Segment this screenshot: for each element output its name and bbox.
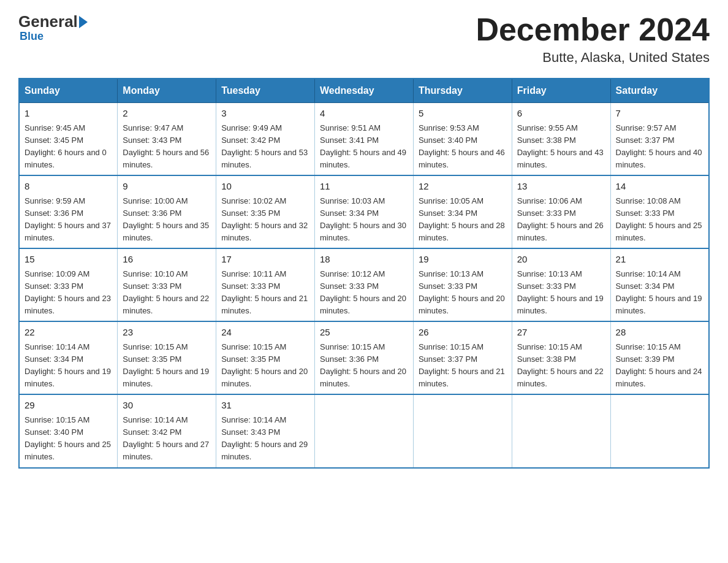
calendar-cell: 17 Sunrise: 10:11 AMSunset: 3:33 PMDayli… [216, 248, 315, 321]
day-info: Sunrise: 10:15 AMSunset: 3:40 PMDaylight… [25, 414, 112, 464]
day-number: 15 [25, 253, 112, 267]
day-number: 6 [517, 107, 605, 121]
day-number: 18 [320, 253, 408, 267]
day-number: 8 [25, 180, 112, 194]
col-header-sunday: Sunday [19, 79, 118, 103]
calendar-cell: 12 Sunrise: 10:05 AMSunset: 3:34 PMDayli… [413, 175, 512, 248]
day-info: Sunrise: 10:12 AMSunset: 3:33 PMDaylight… [320, 268, 408, 318]
day-number: 2 [123, 107, 211, 121]
logo-blue: Blue [18, 30, 44, 43]
day-info: Sunrise: 10:15 AMSunset: 3:38 PMDaylight… [517, 341, 605, 391]
calendar-cell [512, 394, 610, 467]
logo-text: General [18, 12, 89, 31]
day-info: Sunrise: 10:00 AMSunset: 3:36 PMDaylight… [123, 195, 211, 245]
calendar-cell: 16 Sunrise: 10:10 AMSunset: 3:33 PMDayli… [118, 248, 216, 321]
day-number: 12 [419, 180, 507, 194]
day-info: Sunrise: 10:05 AMSunset: 3:34 PMDaylight… [419, 195, 507, 245]
day-info: Sunrise: 10:14 AMSunset: 3:34 PMDaylight… [25, 341, 112, 391]
calendar-cell: 13 Sunrise: 10:06 AMSunset: 3:33 PMDayli… [512, 175, 610, 248]
calendar-cell: 10 Sunrise: 10:02 AMSunset: 3:35 PMDayli… [216, 175, 315, 248]
location: Butte, Alaska, United States [476, 50, 710, 66]
logo-arrow-icon [79, 16, 88, 28]
day-number: 4 [320, 107, 408, 121]
day-number: 26 [419, 326, 507, 340]
calendar-cell: 30 Sunrise: 10:14 AMSunset: 3:42 PMDayli… [118, 394, 216, 467]
calendar-week-row: 22 Sunrise: 10:14 AMSunset: 3:34 PMDayli… [19, 321, 709, 394]
day-number: 25 [320, 326, 408, 340]
day-info: Sunrise: 10:14 AMSunset: 3:34 PMDaylight… [616, 268, 703, 318]
day-info: Sunrise: 10:14 AMSunset: 3:43 PMDaylight… [221, 414, 309, 464]
month-title: December 2024 [476, 12, 710, 47]
calendar-cell: 1 Sunrise: 9:45 AMSunset: 3:45 PMDayligh… [19, 103, 118, 176]
day-number: 24 [221, 326, 309, 340]
calendar-cell: 15 Sunrise: 10:09 AMSunset: 3:33 PMDayli… [19, 248, 118, 321]
calendar-cell: 20 Sunrise: 10:13 AMSunset: 3:33 PMDayli… [512, 248, 610, 321]
calendar-cell: 25 Sunrise: 10:15 AMSunset: 3:36 PMDayli… [315, 321, 414, 394]
day-number: 10 [221, 180, 309, 194]
day-number: 19 [419, 253, 507, 267]
calendar-cell: 19 Sunrise: 10:13 AMSunset: 3:33 PMDayli… [413, 248, 512, 321]
day-number: 7 [616, 107, 703, 121]
col-header-saturday: Saturday [610, 79, 709, 103]
calendar-cell: 2 Sunrise: 9:47 AMSunset: 3:43 PMDayligh… [118, 103, 216, 176]
calendar-cell: 4 Sunrise: 9:51 AMSunset: 3:41 PMDayligh… [315, 103, 414, 176]
col-header-monday: Monday [118, 79, 216, 103]
day-info: Sunrise: 9:45 AMSunset: 3:45 PMDaylight:… [25, 122, 112, 172]
calendar-header-row: SundayMondayTuesdayWednesdayThursdayFrid… [19, 79, 709, 103]
calendar-week-row: 29 Sunrise: 10:15 AMSunset: 3:40 PMDayli… [19, 394, 709, 467]
day-info: Sunrise: 10:14 AMSunset: 3:42 PMDaylight… [123, 414, 211, 464]
calendar-cell: 7 Sunrise: 9:57 AMSunset: 3:37 PMDayligh… [610, 103, 709, 176]
day-number: 29 [25, 399, 112, 413]
calendar-week-row: 15 Sunrise: 10:09 AMSunset: 3:33 PMDayli… [19, 248, 709, 321]
calendar-cell: 11 Sunrise: 10:03 AMSunset: 3:34 PMDayli… [315, 175, 414, 248]
calendar-cell: 29 Sunrise: 10:15 AMSunset: 3:40 PMDayli… [19, 394, 118, 467]
calendar-table: SundayMondayTuesdayWednesdayThursdayFrid… [18, 78, 710, 468]
day-number: 23 [123, 326, 211, 340]
day-info: Sunrise: 10:02 AMSunset: 3:35 PMDaylight… [221, 195, 309, 245]
day-number: 11 [320, 180, 408, 194]
day-info: Sunrise: 10:15 AMSunset: 3:36 PMDaylight… [320, 341, 408, 391]
day-number: 5 [419, 107, 507, 121]
day-number: 16 [123, 253, 211, 267]
calendar-cell: 26 Sunrise: 10:15 AMSunset: 3:37 PMDayli… [413, 321, 512, 394]
day-number: 13 [517, 180, 605, 194]
day-number: 20 [517, 253, 605, 267]
calendar-cell: 27 Sunrise: 10:15 AMSunset: 3:38 PMDayli… [512, 321, 610, 394]
day-info: Sunrise: 9:57 AMSunset: 3:37 PMDaylight:… [616, 122, 703, 172]
col-header-wednesday: Wednesday [315, 79, 414, 103]
day-number: 17 [221, 253, 309, 267]
calendar-cell: 9 Sunrise: 10:00 AMSunset: 3:36 PMDaylig… [118, 175, 216, 248]
day-number: 1 [25, 107, 112, 121]
day-number: 22 [25, 326, 112, 340]
day-info: Sunrise: 10:13 AMSunset: 3:33 PMDaylight… [517, 268, 605, 318]
calendar-cell: 23 Sunrise: 10:15 AMSunset: 3:35 PMDayli… [118, 321, 216, 394]
calendar-cell: 21 Sunrise: 10:14 AMSunset: 3:34 PMDayli… [610, 248, 709, 321]
calendar-cell: 24 Sunrise: 10:15 AMSunset: 3:35 PMDayli… [216, 321, 315, 394]
calendar-cell: 6 Sunrise: 9:55 AMSunset: 3:38 PMDayligh… [512, 103, 610, 176]
day-number: 9 [123, 180, 211, 194]
col-header-friday: Friday [512, 79, 610, 103]
calendar-week-row: 1 Sunrise: 9:45 AMSunset: 3:45 PMDayligh… [19, 103, 709, 176]
logo-general: General [18, 12, 78, 31]
calendar-cell [610, 394, 709, 467]
day-number: 21 [616, 253, 703, 267]
calendar-cell: 28 Sunrise: 10:15 AMSunset: 3:39 PMDayli… [610, 321, 709, 394]
day-info: Sunrise: 10:06 AMSunset: 3:33 PMDaylight… [517, 195, 605, 245]
col-header-thursday: Thursday [413, 79, 512, 103]
day-info: Sunrise: 10:15 AMSunset: 3:35 PMDaylight… [123, 341, 211, 391]
day-number: 3 [221, 107, 309, 121]
day-info: Sunrise: 9:55 AMSunset: 3:38 PMDaylight:… [517, 122, 605, 172]
day-info: Sunrise: 10:15 AMSunset: 3:37 PMDaylight… [419, 341, 507, 391]
calendar-cell [413, 394, 512, 467]
calendar-cell: 3 Sunrise: 9:49 AMSunset: 3:42 PMDayligh… [216, 103, 315, 176]
day-info: Sunrise: 9:59 AMSunset: 3:36 PMDaylight:… [25, 195, 112, 245]
day-number: 14 [616, 180, 703, 194]
day-info: Sunrise: 10:08 AMSunset: 3:33 PMDaylight… [616, 195, 703, 245]
day-info: Sunrise: 10:10 AMSunset: 3:33 PMDaylight… [123, 268, 211, 318]
day-info: Sunrise: 9:47 AMSunset: 3:43 PMDaylight:… [123, 122, 211, 172]
calendar-week-row: 8 Sunrise: 9:59 AMSunset: 3:36 PMDayligh… [19, 175, 709, 248]
day-info: Sunrise: 10:11 AMSunset: 3:33 PMDaylight… [221, 268, 309, 318]
page-header: General Blue December 2024 Butte, Alaska… [18, 12, 710, 66]
day-info: Sunrise: 9:49 AMSunset: 3:42 PMDaylight:… [221, 122, 309, 172]
calendar-cell: 18 Sunrise: 10:12 AMSunset: 3:33 PMDayli… [315, 248, 414, 321]
